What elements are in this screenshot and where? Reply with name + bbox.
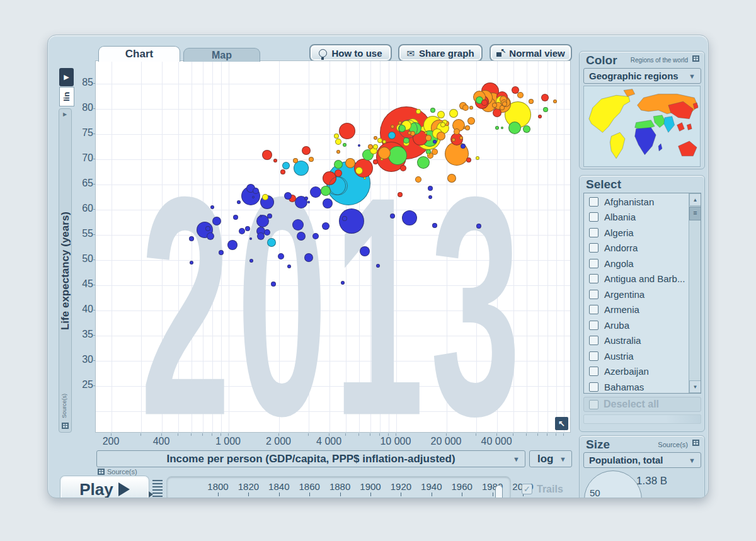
trails-checkbox[interactable]: ✓	[522, 484, 532, 494]
tab-chart[interactable]: Chart	[98, 46, 180, 62]
country-bubble-sub_saharan_africa[interactable]	[249, 259, 253, 263]
country-bubble-sub_saharan_africa[interactable]	[190, 261, 193, 265]
scroll-down-button[interactable]: ▼	[689, 380, 701, 393]
country-bubble-south_asia[interactable]	[388, 132, 396, 139]
country-bubble-sub_saharan_africa[interactable]	[390, 214, 395, 219]
country-bubble-sub_saharan_africa[interactable]	[323, 198, 333, 208]
deselect-all-button[interactable]: Deselect all	[583, 397, 701, 412]
country-bubble-middle_east_north_africa[interactable]	[430, 108, 435, 113]
country-bubble-sub_saharan_africa[interactable]	[297, 232, 306, 241]
country-bubble-sub_saharan_africa[interactable]	[376, 264, 380, 268]
country-bubble-sub_saharan_africa[interactable]	[239, 228, 245, 234]
country-checkbox[interactable]	[589, 336, 598, 345]
country-bubble-europe_central_asia[interactable]	[462, 105, 469, 111]
opacity-slider[interactable]	[583, 414, 701, 424]
country-bubble-europe_central_asia[interactable]	[492, 103, 497, 108]
country-bubble-america[interactable]	[416, 109, 421, 114]
country-checkbox[interactable]	[589, 259, 598, 268]
country-list-item[interactable]: Antigua and Barb...	[584, 271, 689, 287]
country-bubble-america[interactable]	[437, 111, 445, 118]
country-bubble-sub_saharan_africa[interactable]	[307, 201, 310, 203]
size-slider-track[interactable]	[583, 498, 701, 498]
country-bubble-america[interactable]	[262, 194, 268, 200]
country-checkbox[interactable]	[589, 382, 598, 392]
country-bubble-middle_east_north_africa[interactable]	[523, 125, 530, 133]
x-axis-indicator-dropdown[interactable]: Income per person (GDP/capita, PPP$ infl…	[96, 450, 525, 467]
country-bubble-sub_saharan_africa[interactable]	[402, 210, 417, 225]
normal-view-button[interactable]: ↖ Normal view	[490, 44, 572, 62]
country-bubble-sub_saharan_africa[interactable]	[312, 233, 319, 239]
country-bubble-sub_saharan_africa[interactable]	[219, 250, 224, 255]
country-list-item[interactable]: Afghanistan	[584, 194, 689, 210]
y-axis-scale-toggle[interactable]: lin	[59, 87, 74, 106]
country-bubble-east_asia_pacific[interactable]	[302, 146, 311, 155]
country-bubble-south_asia[interactable]	[282, 162, 290, 169]
y-axis-data-table-icon[interactable]	[62, 423, 69, 429]
country-bubble-east_asia_pacific[interactable]	[280, 169, 285, 174]
scrollbar-thumb[interactable]: =	[689, 207, 701, 220]
country-checkbox[interactable]	[589, 243, 598, 253]
x-axis-source-link[interactable]: Source(s)	[98, 468, 137, 476]
country-list-scrollbar[interactable]: ▲ = ▼	[689, 193, 701, 393]
country-list-item[interactable]: Algeria	[584, 225, 689, 241]
scroll-up-button[interactable]: ▲	[689, 193, 701, 206]
country-bubble-europe_central_asia[interactable]	[467, 117, 475, 125]
share-graph-button[interactable]: ✉ Share graph	[398, 44, 483, 62]
country-bubble-america[interactable]	[440, 122, 445, 127]
timeline-track[interactable]	[173, 498, 495, 498]
country-bubble-sub_saharan_africa[interactable]	[212, 217, 221, 225]
country-bubble-middle_east_north_africa[interactable]	[501, 127, 503, 129]
country-checkbox[interactable]	[589, 367, 598, 376]
world-region-map[interactable]	[583, 86, 701, 167]
country-bubble-america[interactable]	[449, 109, 458, 118]
country-bubble-europe_central_asia[interactable]	[452, 138, 455, 142]
country-bubble-east_asia_pacific[interactable]	[262, 150, 272, 160]
country-bubble-sub_saharan_africa[interactable]	[260, 215, 262, 217]
timeline-slider[interactable]: 1800182018401860188019001920194019601980…	[166, 476, 511, 498]
country-bubble-sub_saharan_africa[interactable]	[271, 282, 276, 287]
country-list-item[interactable]: Austria	[584, 348, 689, 364]
country-bubble-sub_saharan_africa[interactable]	[432, 223, 437, 228]
country-checkbox[interactable]	[589, 351, 598, 361]
country-bubble-europe_central_asia[interactable]	[517, 92, 524, 98]
country-bubble-sub_saharan_africa[interactable]	[233, 215, 238, 220]
country-bubble-europe_central_asia[interactable]	[336, 150, 340, 154]
country-bubble-sub_saharan_africa[interactable]	[304, 196, 308, 200]
country-bubble-east_asia_pacific[interactable]	[400, 165, 406, 171]
country-bubble-sub_saharan_africa[interactable]	[205, 226, 210, 231]
country-bubble-europe_central_asia[interactable]	[415, 176, 421, 183]
country-checkbox[interactable]	[589, 228, 598, 237]
fullscreen-toggle-button[interactable]: ↖	[555, 417, 568, 430]
size-indicator-dropdown[interactable]: Population, total ▼	[583, 452, 701, 468]
country-bubble-sub_saharan_africa[interactable]	[360, 246, 370, 256]
country-bubble-sub_saharan_africa[interactable]	[304, 253, 313, 262]
country-bubble-east_asia_pacific[interactable]	[398, 192, 403, 197]
country-bubble-america[interactable]	[377, 138, 382, 143]
country-list-item[interactable]: Azerbaijan	[584, 364, 689, 380]
tab-map[interactable]: Map	[183, 48, 260, 62]
country-bubble-america[interactable]	[425, 132, 427, 134]
country-bubble-middle_east_north_africa[interactable]	[543, 107, 548, 112]
country-checkbox[interactable]	[589, 274, 598, 283]
country-bubble-sub_saharan_africa[interactable]	[322, 222, 329, 230]
y-axis-source-link[interactable]: Source(s)	[61, 394, 67, 418]
country-bubble-sub_saharan_africa[interactable]	[342, 216, 347, 221]
country-bubble-europe_central_asia[interactable]	[447, 174, 456, 183]
x-axis-scale-dropdown[interactable]: log ▼	[529, 450, 572, 467]
y-axis-indicator-bar[interactable]: ▶ Life expectancy (years) Source(s)	[59, 108, 72, 433]
playback-speed-control[interactable]	[152, 480, 163, 498]
country-bubble-sub_saharan_africa[interactable]	[428, 186, 433, 191]
country-bubble-sub_saharan_africa[interactable]	[227, 240, 238, 250]
play-button[interactable]: Play	[60, 476, 149, 498]
country-bubble-east_asia_pacific[interactable]	[335, 169, 342, 177]
country-bubble-europe_central_asia[interactable]	[425, 135, 432, 141]
country-bubble-sub_saharan_africa[interactable]	[189, 236, 194, 241]
country-bubble-east_asia_pacific[interactable]	[466, 157, 471, 162]
country-bubble-south_asia[interactable]	[267, 238, 276, 247]
country-list-item[interactable]: Bahamas	[584, 379, 689, 394]
country-bubble-sub_saharan_africa[interactable]	[278, 253, 284, 259]
country-bubble-middle_east_north_africa[interactable]	[495, 126, 499, 130]
country-bubble-east_asia_pacific[interactable]	[273, 159, 277, 162]
how-to-use-button[interactable]: How to use	[309, 44, 392, 62]
country-bubble-europe_central_asia[interactable]	[529, 99, 534, 104]
